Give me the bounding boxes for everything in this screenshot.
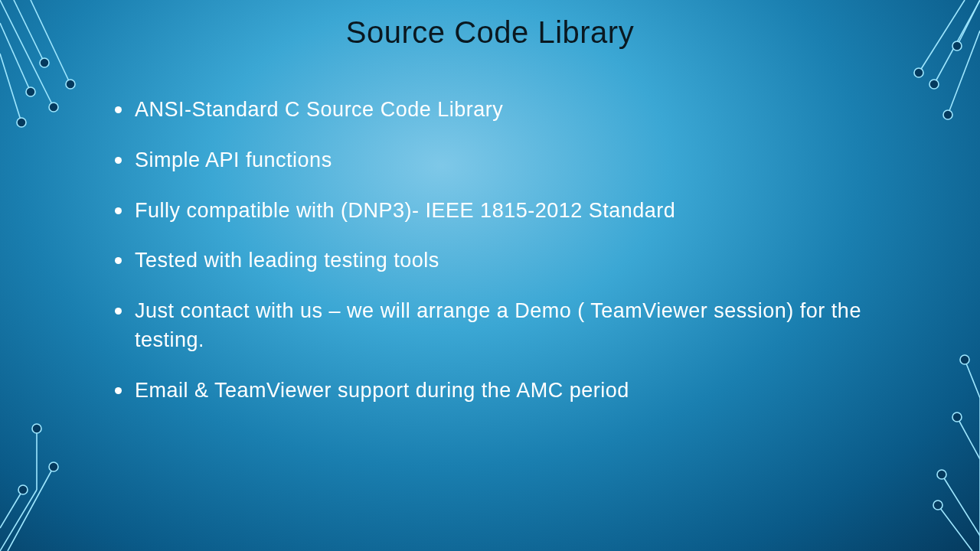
bullet-item: Simple API functions — [115, 146, 892, 175]
svg-line-13 — [0, 490, 23, 528]
bullet-item: Just contact with us – we will arrange a… — [115, 297, 892, 355]
slide: Source Code Library ANSI-Standard C Sour… — [0, 0, 980, 551]
svg-line-32 — [938, 505, 972, 551]
svg-point-20 — [914, 68, 923, 77]
svg-line-28 — [957, 417, 980, 459]
svg-point-33 — [933, 500, 942, 510]
bullet-item: ANSI-Standard C Source Code Library — [115, 96, 892, 125]
svg-point-31 — [937, 470, 946, 479]
svg-line-15 — [8, 467, 54, 551]
svg-point-5 — [66, 80, 75, 89]
svg-line-10 — [0, 490, 37, 551]
svg-point-18 — [929, 80, 939, 89]
svg-point-14 — [18, 485, 28, 494]
svg-point-3 — [40, 58, 49, 67]
svg-point-12 — [32, 424, 41, 433]
svg-line-30 — [942, 474, 980, 536]
slide-title: Source Code Library — [0, 15, 980, 50]
svg-point-29 — [952, 412, 962, 422]
bullet-item: Email & TeamViewer support during the AM… — [115, 377, 892, 406]
bullet-list: ANSI-Standard C Source Code Library Simp… — [0, 96, 980, 406]
svg-point-16 — [49, 462, 58, 471]
bullet-item: Tested with leading testing tools — [115, 246, 892, 276]
bullet-item: Fully compatible with (DNP3)- IEEE 1815-… — [115, 197, 892, 226]
